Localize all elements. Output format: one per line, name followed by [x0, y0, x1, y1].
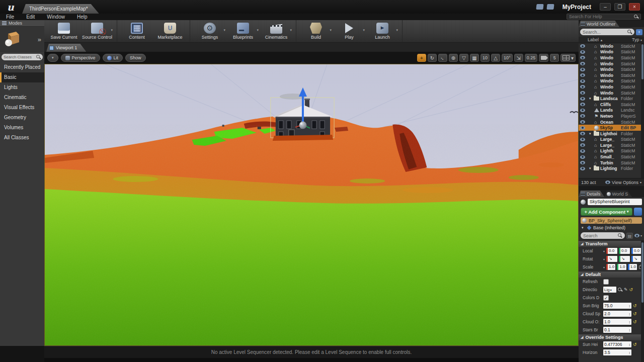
outliner-row[interactable]: ⌂LighthStaticM	[579, 148, 644, 154]
vector-value-field[interactable]: 0.0	[619, 248, 630, 254]
expander-icon[interactable]: ▾	[589, 132, 593, 136]
scale-snap-value[interactable]: 0.25	[525, 54, 538, 62]
number-input-field[interactable]: 75.0↕	[603, 303, 631, 309]
dropdown-arrow-icon[interactable]: ▾	[396, 28, 398, 32]
viewport-3d-scene[interactable]	[44, 64, 579, 346]
visibility-eye-icon[interactable]	[580, 149, 585, 153]
outliner-row[interactable]: ⌂Small_StaticM	[579, 154, 644, 160]
vector-value-field[interactable]: 0.0	[606, 248, 617, 254]
actor-name-field[interactable]: SkySphereBlueprint	[588, 199, 642, 205]
menu-file[interactable]: File	[0, 14, 20, 20]
browse-search-icon[interactable]	[618, 288, 622, 292]
world-outliner-tab[interactable]: World Outliner	[579, 21, 619, 27]
mode-item-recently-placed[interactable]: Recently Placed	[0, 62, 44, 72]
outliner-row[interactable]: ⌂WindoStaticM	[579, 78, 644, 84]
rotate-tool-button[interactable]: ↻	[428, 54, 437, 62]
rotation-dial-field[interactable]: ↘	[619, 256, 630, 262]
outliner-row[interactable]: ⌂WindoStaticM	[579, 61, 644, 67]
toolbar-button-settings[interactable]: Settings▾	[193, 20, 226, 42]
outliner-row[interactable]: ⌂WindoStaticM	[579, 72, 644, 78]
axis-dropdown-icon[interactable]: ▾	[603, 265, 605, 269]
outliner-row[interactable]: ⌂OceanStaticM	[579, 119, 644, 125]
visibility-eye-icon[interactable]	[580, 91, 585, 95]
outliner-row[interactable]: ⌂WindoStaticM	[579, 55, 644, 61]
scale-snap-button[interactable]: ⇲	[514, 54, 523, 62]
maximize-button[interactable]: ❐	[614, 3, 625, 11]
edit-pencil-icon[interactable]: ✎	[624, 287, 628, 292]
visibility-eye-icon[interactable]	[580, 109, 585, 112]
component-self-row[interactable]: BP_Sky_Sphere(self)	[581, 217, 642, 224]
visibility-eye-icon[interactable]	[580, 79, 585, 83]
lit-mode-button[interactable]: Lit	[103, 54, 123, 62]
toolbar-button-build[interactable]: Build▾	[299, 20, 333, 42]
level-tab[interactable]: ThirdPersonExampleMap*	[22, 4, 99, 14]
visibility-eye-icon[interactable]	[580, 167, 585, 170]
section-header-override-settings[interactable]: ◢Override Settings	[579, 334, 644, 340]
menu-edit[interactable]: Edit	[20, 14, 41, 20]
dropdown-arrow-icon[interactable]: ▾	[111, 28, 113, 32]
details-view-options-button[interactable]: ▾	[634, 234, 642, 237]
menu-help[interactable]: Help	[71, 14, 94, 20]
scale-tool-button[interactable]: ↔	[438, 54, 447, 62]
grid-snap-button[interactable]: ▦	[470, 54, 479, 62]
visibility-eye-icon[interactable]	[580, 62, 585, 65]
view-options-button[interactable]: View Options ▾	[605, 180, 641, 185]
toolbar-button-source-control[interactable]: Source Control▾	[80, 20, 114, 42]
outliner-row[interactable]: ⌂Large_StaticM	[579, 142, 644, 148]
viewport-layout-button[interactable]: ▾	[560, 54, 576, 62]
number-input-field[interactable]: 0.477306↕	[603, 341, 631, 347]
help-bubble-icon[interactable]	[546, 4, 554, 10]
reset-to-default-icon[interactable]: ↺	[633, 342, 637, 347]
toolbar-button-cinematics[interactable]: Cinematics▾	[260, 20, 293, 42]
details-tab[interactable]: Details	[579, 191, 605, 197]
outliner-scrollbar[interactable]	[641, 43, 644, 178]
dropdown-arrow-icon[interactable]: ▾	[257, 28, 259, 32]
outliner-column-header[interactable]: Label ▲ Typ ▾	[579, 37, 644, 43]
outliner-row[interactable]: ⌂WindoStaticM	[579, 84, 644, 90]
dropdown-arrow-icon[interactable]: ▾	[330, 28, 332, 32]
details-filter-button[interactable]: ▤	[626, 233, 633, 239]
number-input-field[interactable]: 3.5↕	[603, 349, 631, 355]
outliner-row[interactable]: ⌂TurbinStaticM	[579, 160, 644, 166]
outliner-row[interactable]: ⌂WindoStaticM	[579, 90, 644, 96]
outliner-row[interactable]: ⚑NetwoPlayerS	[579, 113, 644, 119]
number-input-field[interactable]: 2.0↕	[603, 311, 631, 317]
visibility-eye-icon[interactable]	[580, 143, 585, 147]
outliner-row[interactable]: LandsLandsc	[579, 108, 644, 114]
reset-to-default-icon[interactable]: ↺	[633, 311, 637, 316]
expander-icon[interactable]: ▾	[589, 166, 593, 170]
visibility-eye-icon[interactable]	[580, 138, 585, 141]
show-flags-button[interactable]: Show	[125, 54, 146, 62]
visibility-eye-icon[interactable]	[580, 114, 585, 118]
reset-to-default-icon[interactable]: ↺	[629, 287, 634, 292]
section-header-transform[interactable]: ◢Transform	[579, 240, 644, 247]
outliner-scroll-thumb[interactable]	[641, 44, 643, 79]
modes-panel-header[interactable]: Modes	[0, 20, 44, 27]
reset-to-default-icon[interactable]: ↺	[633, 303, 637, 308]
search-classes-input[interactable]: Search Classes	[2, 54, 43, 60]
checkbox[interactable]: ✓	[603, 295, 609, 301]
outliner-row[interactable]: ⌂WindoStaticM	[579, 49, 644, 55]
details-scrollbar[interactable]	[641, 240, 644, 362]
world-local-toggle[interactable]: ⊕	[449, 54, 458, 62]
base-inherited-row[interactable]: ▾ Base (Inherited)	[579, 224, 644, 231]
visibility-eye-icon[interactable]	[580, 161, 585, 164]
visibility-eye-icon[interactable]	[580, 132, 585, 135]
help-search-input[interactable]: Search For Help	[567, 14, 641, 20]
visibility-eye-icon[interactable]	[580, 120, 585, 124]
mode-item-all-classes[interactable]: All Classes	[0, 133, 44, 143]
outliner-row[interactable]: ⌂Large_StaticM	[579, 137, 644, 143]
outliner-row[interactable]: ⌂WindoStaticM	[579, 43, 644, 49]
visibility-eye-icon[interactable]	[580, 126, 585, 130]
visibility-eye-icon[interactable]	[580, 73, 585, 77]
rotation-dial-field[interactable]: ↘	[606, 256, 617, 262]
number-input-field[interactable]: 1.0↕	[603, 319, 631, 325]
number-input-field[interactable]: 0.1↕	[603, 327, 631, 333]
visibility-eye-icon[interactable]	[580, 68, 585, 71]
minimize-button[interactable]: –	[600, 3, 611, 11]
details-scroll-thumb[interactable]	[641, 242, 643, 303]
outliner-row[interactable]: ▾LandscaFolder	[579, 96, 644, 102]
toolbar-button-marketplace[interactable]: Marketplace	[153, 20, 187, 42]
visibility-eye-icon[interactable]	[580, 97, 585, 101]
rotation-snap-button[interactable]: △	[491, 54, 500, 62]
